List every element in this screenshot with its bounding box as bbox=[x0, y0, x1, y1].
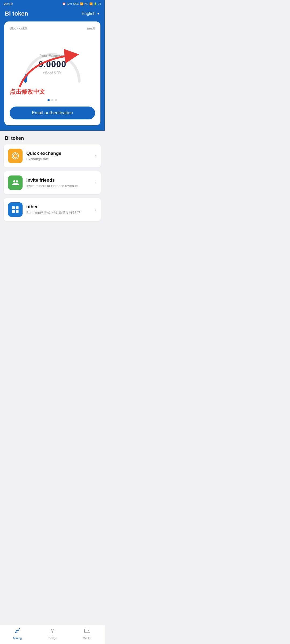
chinese-overlay-text: 点击修改中文 bbox=[10, 88, 95, 96]
dot-inactive-1 bbox=[51, 99, 53, 101]
battery-icon: 🔋 bbox=[94, 2, 97, 5]
chevron-down-icon: ▼ bbox=[97, 12, 100, 16]
speed-unit: KB/S bbox=[73, 2, 79, 5]
quick-exchange-item[interactable]: Quick exchange Exchange rate › bbox=[4, 144, 101, 167]
status-bar: 20:19 ⏰ 22.0 KB/S 📶 HD 📶 🔋 76 bbox=[0, 0, 105, 8]
gauge-value: 0.0000 bbox=[38, 59, 66, 69]
other-subtitle: Be token已正式上线 总量发行7547 bbox=[26, 210, 91, 215]
invite-friends-title: Invite friends bbox=[26, 178, 91, 183]
dot-indicator bbox=[10, 99, 95, 101]
other-text: other Be token已正式上线 总量发行7547 bbox=[26, 204, 91, 215]
other-title: other bbox=[26, 204, 91, 210]
status-icons: ⏰ 22.0 KB/S 📶 HD 📶 🔋 76 bbox=[62, 2, 101, 5]
svg-rect-8 bbox=[12, 206, 15, 209]
svg-point-7 bbox=[16, 180, 18, 182]
battery-level: 76 bbox=[98, 2, 101, 5]
invite-friends-chevron: › bbox=[95, 180, 97, 186]
svg-rect-9 bbox=[16, 206, 19, 209]
invite-friends-icon bbox=[8, 175, 23, 190]
dot-inactive-2 bbox=[55, 99, 57, 101]
svg-rect-11 bbox=[16, 210, 19, 213]
invite-friends-text: Invite friends Invite miners to increase… bbox=[26, 178, 91, 188]
invite-friends-subtitle: Invite miners to increase revenue bbox=[26, 184, 91, 188]
svg-point-1 bbox=[13, 154, 17, 158]
wifi-icon: 📶 bbox=[80, 2, 83, 5]
quick-exchange-subtitle: Exchange rate bbox=[26, 157, 91, 161]
language-label: English bbox=[82, 11, 96, 16]
invite-friends-item[interactable]: Invite friends Invite miners to increase… bbox=[4, 171, 101, 194]
signal-icon: 📶 bbox=[89, 2, 93, 5]
other-item[interactable]: other Be token已正式上线 总量发行7547 › bbox=[4, 198, 101, 221]
language-selector[interactable]: English ▼ bbox=[82, 11, 100, 16]
quick-exchange-title: Quick exchange bbox=[26, 151, 91, 156]
other-icon bbox=[8, 202, 23, 217]
speed-indicator: 22.0 bbox=[67, 2, 72, 5]
status-time: 20:19 bbox=[4, 2, 13, 6]
app-title: Bi token bbox=[5, 10, 28, 17]
email-auth-button[interactable]: Email authentication bbox=[10, 107, 95, 119]
block-out-label: Block out:0 bbox=[10, 26, 27, 30]
main-card: Block out:0 ner:0 Your Expenses 0.0000 r… bbox=[4, 21, 100, 125]
quick-exchange-icon bbox=[8, 149, 23, 163]
quick-exchange-text: Quick exchange Exchange rate bbox=[26, 151, 91, 161]
hd-badge: HD bbox=[84, 2, 88, 5]
alarm-icon: ⏰ bbox=[62, 2, 66, 5]
other-chevron: › bbox=[95, 207, 97, 213]
gauge-currency: reboot CNY bbox=[38, 70, 66, 74]
section-title: Bi token bbox=[0, 131, 105, 144]
card-top-row: Block out:0 ner:0 bbox=[10, 26, 95, 30]
svg-point-6 bbox=[13, 180, 15, 182]
dot-active bbox=[48, 99, 50, 101]
gauge-content: Your Expenses 0.0000 reboot CNY bbox=[38, 53, 66, 74]
svg-rect-10 bbox=[12, 210, 15, 213]
miner-label: ner:0 bbox=[87, 26, 95, 30]
gauge-container: Your Expenses 0.0000 reboot CNY bbox=[10, 33, 95, 87]
gauge-label: Your Expenses bbox=[38, 53, 66, 58]
card-wrapper: Block out:0 ner:0 Your Expenses 0.0000 r… bbox=[0, 21, 105, 131]
quick-exchange-chevron: › bbox=[95, 153, 97, 159]
app-header: Bi token English ▼ bbox=[0, 8, 105, 21]
